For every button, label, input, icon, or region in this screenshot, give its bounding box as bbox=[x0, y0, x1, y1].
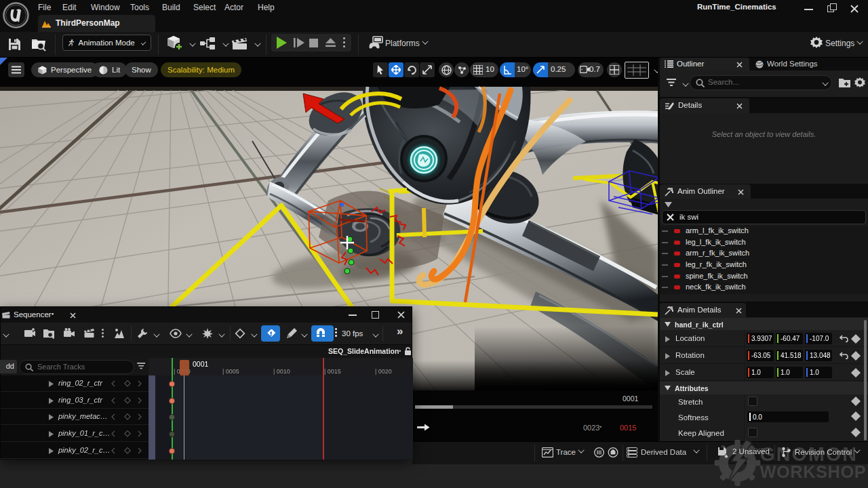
svg-text:WORKSHOP: WORKSHOP bbox=[760, 462, 866, 481]
